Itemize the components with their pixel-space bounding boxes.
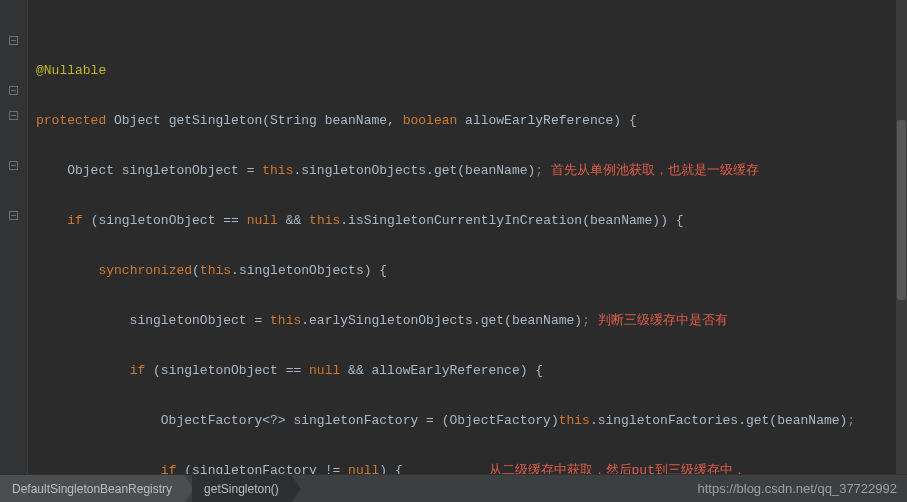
l4c: && <box>278 213 309 228</box>
l8b: .singletonFactories.get(beanName) <box>590 413 847 428</box>
l4b: (singletonObject == <box>83 213 247 228</box>
annotation: @Nullable <box>36 63 106 78</box>
scrollbar-track[interactable] <box>896 0 907 474</box>
breadcrumb-method[interactable]: getSingleton() <box>192 475 291 502</box>
watermark-text: https://blog.csdn.net/qq_37722992 <box>698 481 898 496</box>
comment-l3: 首先从单例池获取，也就是一级缓存 <box>543 163 759 178</box>
kw-if: if <box>67 213 83 228</box>
l5a <box>36 263 98 278</box>
l5c: .singletonObjects) { <box>231 263 387 278</box>
semi2: ; <box>582 313 590 328</box>
l8a: ObjectFactory<?> singletonFactory = (Obj… <box>36 413 559 428</box>
l6b: .earlySingletonObjects.get(beanName) <box>301 313 582 328</box>
scrollbar-thumb[interactable] <box>897 120 906 300</box>
code-area: @Nullable protected Object getSingleton(… <box>36 33 907 502</box>
kw-if2: if <box>130 363 146 378</box>
kw-protected: protected <box>36 113 106 128</box>
semi: ; <box>535 163 543 178</box>
breadcrumb-class[interactable]: DefaultSingletonBeanRegistry <box>0 475 184 502</box>
breadcrumb-method-label: getSingleton() <box>204 482 279 496</box>
l7a <box>36 363 130 378</box>
l7b: (singletonObject == <box>145 363 309 378</box>
kw-boolean: boolean <box>403 113 458 128</box>
method-sig-a: Object getSingleton(String beanName, <box>106 113 402 128</box>
breadcrumb-separator-icon <box>291 475 301 503</box>
kw-null: null <box>247 213 278 228</box>
kw-this5: this <box>559 413 590 428</box>
kw-this2: this <box>309 213 340 228</box>
l3b: .singletonObjects.get(beanName) <box>293 163 535 178</box>
breadcrumb-class-label: DefaultSingletonBeanRegistry <box>12 482 172 496</box>
kw-null2: null <box>309 363 340 378</box>
code-editor[interactable]: @Nullable protected Object getSingleton(… <box>0 0 907 474</box>
kw-this4: this <box>270 313 301 328</box>
comment-l6: 判断三级缓存中是否有 <box>590 313 728 328</box>
kw-this3: this <box>200 263 231 278</box>
l7c: && allowEarlyReference) { <box>340 363 543 378</box>
l6a: singletonObject = <box>36 313 270 328</box>
method-sig-b: allowEarlyReference) { <box>457 113 636 128</box>
l4d: .isSingletonCurrentlyInCreation(beanName… <box>340 213 683 228</box>
kw-sync: synchronized <box>98 263 192 278</box>
l4a <box>36 213 67 228</box>
kw-this: this <box>262 163 293 178</box>
l3a: Object singletonObject = <box>36 163 262 178</box>
semi3: ; <box>847 413 855 428</box>
l5b: ( <box>192 263 200 278</box>
